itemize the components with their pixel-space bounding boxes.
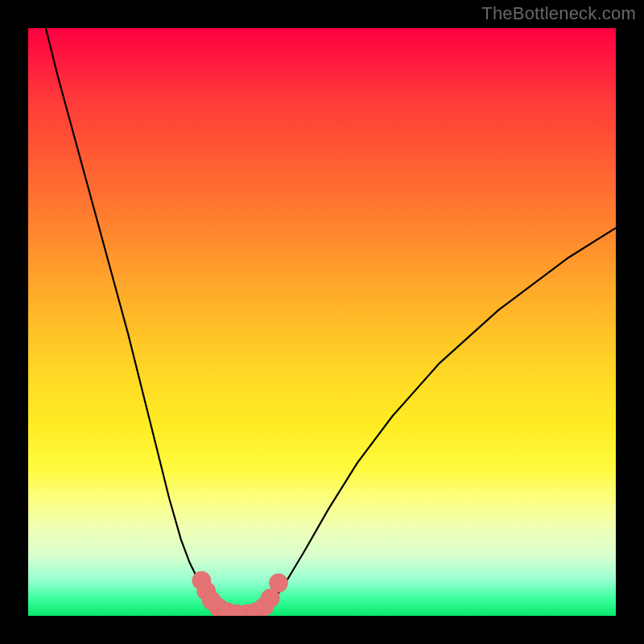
watermark-text: TheBottleneck.com <box>481 3 636 24</box>
chart-frame: TheBottleneck.com <box>0 0 644 644</box>
left-curve-line <box>46 28 228 614</box>
curve-layer <box>28 28 616 616</box>
plot-area <box>28 28 616 616</box>
marker-point <box>269 573 287 592</box>
marker-group <box>192 572 288 616</box>
right-curve-line <box>258 228 616 614</box>
